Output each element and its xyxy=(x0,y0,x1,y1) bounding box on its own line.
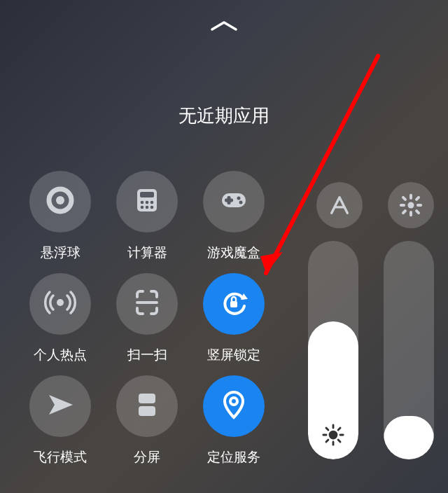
svg-point-7 xyxy=(141,206,144,209)
tile-label: 飞行模式 xyxy=(34,448,87,466)
location-toggle[interactable] xyxy=(203,375,265,437)
calculator-toggle[interactable] xyxy=(116,171,178,232)
floating-ball-icon xyxy=(43,183,77,220)
tile-label: 个人热点 xyxy=(34,346,87,364)
svg-point-1 xyxy=(56,196,64,204)
settings-button[interactable] xyxy=(388,182,434,228)
tile-rotation-lock: 竖屏锁定 xyxy=(197,273,270,371)
brightness-icon xyxy=(321,423,345,447)
page-title: 无近期应用 xyxy=(17,104,431,128)
volume-icon xyxy=(397,423,421,447)
volume-slider[interactable] xyxy=(384,241,434,459)
location-icon xyxy=(217,388,251,424)
game-box-toggle[interactable] xyxy=(203,171,265,232)
scan-toggle[interactable] xyxy=(116,273,178,335)
brightness-slider[interactable] xyxy=(308,241,358,459)
calculator-icon xyxy=(130,183,164,220)
tile-calculator: 计算器 xyxy=(111,171,183,269)
tile-label: 分屏 xyxy=(134,448,160,466)
tile-split-screen: 分屏 xyxy=(111,375,183,473)
collapse-handle[interactable] xyxy=(17,18,431,34)
svg-point-15 xyxy=(239,201,243,204)
split-screen-toggle[interactable] xyxy=(116,375,178,437)
svg-line-31 xyxy=(326,440,328,442)
tile-scan: 扫一扫 xyxy=(111,273,183,371)
svg-line-32 xyxy=(338,428,340,430)
hotspot-icon xyxy=(43,286,77,322)
floating-ball-toggle[interactable] xyxy=(29,171,91,232)
svg-rect-19 xyxy=(230,301,237,307)
svg-rect-13 xyxy=(225,199,233,202)
svg-line-29 xyxy=(326,428,328,430)
tile-airplane: 飞行模式 xyxy=(24,375,97,473)
svg-line-30 xyxy=(338,440,340,442)
tile-label: 计算器 xyxy=(127,244,167,262)
svg-point-9 xyxy=(150,206,154,209)
rotation-lock-toggle[interactable] xyxy=(203,273,265,335)
font-button[interactable] xyxy=(316,182,363,228)
svg-point-5 xyxy=(146,201,149,204)
svg-point-4 xyxy=(141,201,144,204)
svg-rect-3 xyxy=(140,192,154,197)
svg-point-22 xyxy=(230,398,237,405)
airplane-toggle[interactable] xyxy=(29,375,91,437)
svg-rect-21 xyxy=(139,406,155,416)
tile-game-box: 游戏魔盒 xyxy=(197,171,270,269)
hotspot-toggle[interactable] xyxy=(29,273,91,335)
tile-hotspot: 个人热点 xyxy=(24,273,97,371)
svg-point-24 xyxy=(329,431,337,438)
svg-point-6 xyxy=(150,201,154,204)
rotation-lock-icon xyxy=(217,286,251,322)
airplane-icon xyxy=(43,388,77,424)
tile-label: 扫一扫 xyxy=(127,346,167,364)
tile-floating-ball: 悬浮球 xyxy=(24,171,97,269)
svg-point-8 xyxy=(146,206,149,209)
tile-label: 定位服务 xyxy=(207,448,260,466)
svg-point-16 xyxy=(57,299,64,306)
tile-location: 定位服务 xyxy=(197,375,270,473)
tile-label: 竖屏锁定 xyxy=(207,346,260,364)
game-box-icon xyxy=(217,183,251,220)
scan-icon xyxy=(130,286,164,322)
svg-point-23 xyxy=(407,202,414,208)
tile-label: 悬浮球 xyxy=(41,244,80,262)
svg-point-14 xyxy=(237,197,241,200)
split-screen-icon xyxy=(130,388,164,424)
svg-rect-20 xyxy=(139,394,155,403)
tile-label: 游戏魔盒 xyxy=(207,244,260,262)
